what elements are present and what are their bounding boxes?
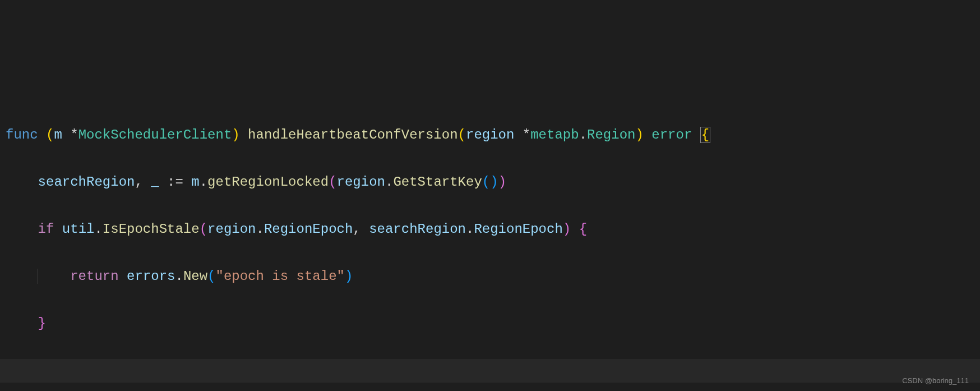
code-line-5: } <box>6 312 980 335</box>
open-brace-icon: { <box>700 127 710 143</box>
code-line-6-blank <box>0 359 980 383</box>
code-line-2: searchRegion, _ := m.getRegionLocked(reg… <box>6 171 980 194</box>
code-line-3: if util.IsEpochStale(region.RegionEpoch,… <box>6 218 980 241</box>
code-editor[interactable]: func (m *MockSchedulerClient) handleHear… <box>6 100 980 391</box>
code-line-1: func (m *MockSchedulerClient) handleHear… <box>6 123 980 147</box>
code-line-4: return errors.New("epoch is stale") <box>6 265 980 288</box>
watermark: CSDN @boring_111 <box>902 375 969 388</box>
